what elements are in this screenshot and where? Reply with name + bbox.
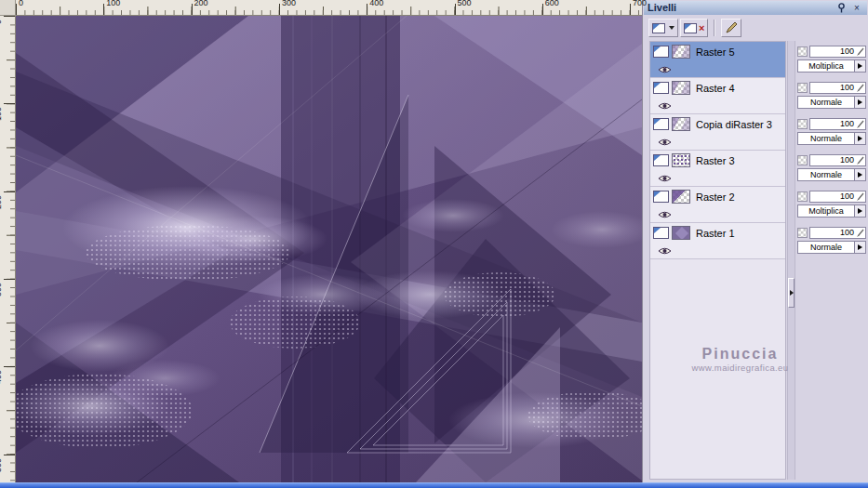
layer-controls: 100 Normale <box>797 77 866 113</box>
ruler-tick: 300 <box>279 4 280 15</box>
layer-row-bottom <box>653 170 783 180</box>
opacity-pencil-icon <box>856 192 864 202</box>
layer-row-bottom <box>653 98 783 108</box>
opacity-slider[interactable]: 100 <box>809 118 866 130</box>
transparency-checker-icon <box>797 155 808 165</box>
delete-layer-button[interactable]: × <box>680 19 708 37</box>
new-layer-icon <box>652 23 665 33</box>
ruler-label: 300 <box>0 283 3 297</box>
expand-arrow-icon <box>790 290 794 296</box>
visibility-eye-icon[interactable] <box>658 98 672 107</box>
visibility-eye-icon[interactable] <box>658 170 672 179</box>
visibility-eye-icon[interactable] <box>658 243 672 252</box>
transparency-checker-icon <box>797 119 808 129</box>
ruler-tick: 400 <box>4 366 15 367</box>
panel-splitter[interactable] <box>787 41 795 480</box>
layer-row[interactable]: Raster 4 <box>650 78 785 114</box>
opacity-slider[interactable]: 100 <box>809 154 866 166</box>
visibility-eye-icon[interactable] <box>658 206 672 216</box>
layer-row[interactable]: Raster 2 <box>650 187 785 223</box>
opacity-row: 100 <box>797 154 866 166</box>
blend-mode-select[interactable]: Normale <box>797 168 855 181</box>
opacity-row: 100 <box>797 227 866 239</box>
ruler-label: 400 <box>0 370 3 384</box>
blend-mode-select[interactable]: Normale <box>797 132 855 145</box>
ruler-label: 500 <box>0 458 3 472</box>
layer-thumbnail[interactable] <box>672 153 690 167</box>
blend-mode-select[interactable]: Moltiplica <box>797 204 855 218</box>
blend-mode-select[interactable]: Moltiplica <box>797 59 855 73</box>
canvas-artwork[interactable] <box>16 16 642 482</box>
layers-toolbar: × <box>644 16 867 40</box>
layer-name[interactable]: Raster 2 <box>693 191 738 204</box>
edit-selection-button[interactable] <box>721 19 741 37</box>
layer-name[interactable]: Raster 5 <box>693 46 738 59</box>
layer-thumbnail[interactable] <box>672 226 690 240</box>
blend-mode-arrow-button[interactable] <box>855 241 866 254</box>
pin-icon[interactable] <box>835 3 848 14</box>
transparency-checker-icon <box>797 83 808 93</box>
opacity-slider[interactable]: 100 <box>809 191 866 203</box>
opacity-pencil-icon <box>856 120 864 129</box>
opacity-row: 100 <box>797 82 866 94</box>
new-layer-button[interactable] <box>648 19 678 37</box>
blend-mode-select[interactable]: Normale <box>797 96 855 109</box>
blend-mode-arrow-button[interactable] <box>855 96 866 109</box>
splitter-handle[interactable] <box>788 278 795 308</box>
visibility-eye-icon[interactable] <box>658 61 672 71</box>
layers-list: Raster 5 Raster 4 <box>649 41 786 480</box>
opacity-pencil-icon <box>856 156 864 165</box>
layer-name[interactable]: Raster 3 <box>693 154 738 167</box>
layer-row[interactable]: Raster 5 <box>650 42 785 78</box>
blend-mode-value: Normale <box>810 244 842 252</box>
layer-thumbnail[interactable] <box>672 81 690 95</box>
layer-row-top: Copia diRaster 3 <box>653 117 783 131</box>
opacity-slider[interactable]: 100 <box>809 227 866 239</box>
ruler-tick: 600 <box>542 4 543 15</box>
ruler-tick: 0 <box>16 4 17 15</box>
layer-controls: 100 Moltiplica <box>797 41 866 77</box>
layer-row[interactable]: Copia diRaster 3 <box>650 114 785 151</box>
layer-controls: 100 Normale <box>797 222 866 258</box>
layer-name[interactable]: Copia diRaster 3 <box>693 118 775 131</box>
ruler-label: 400 <box>369 0 383 7</box>
layer-thumbnail[interactable] <box>672 190 690 204</box>
blend-mode-select[interactable]: Normale <box>797 241 855 254</box>
panel-titlebar[interactable]: Livelli × <box>644 1 867 15</box>
ruler-label: 0 <box>19 0 23 7</box>
layer-controls: 100 Moltiplica <box>797 186 866 222</box>
blend-mode-value: Normale <box>810 171 842 179</box>
delete-x-icon: × <box>699 23 704 33</box>
opacity-pencil-icon <box>856 47 864 57</box>
opacity-row: 100 <box>797 191 866 203</box>
blend-mode-arrow-button[interactable] <box>855 59 866 73</box>
ruler-label: 200 <box>0 195 3 209</box>
blend-mode-arrow-button[interactable] <box>855 168 866 181</box>
layer-thumbnail[interactable] <box>672 45 690 59</box>
blend-mode-arrow-button[interactable] <box>855 132 866 145</box>
layer-row[interactable]: Raster 3 <box>650 151 785 187</box>
blend-row: Normale <box>797 96 866 109</box>
blend-mode-arrow-button[interactable] <box>855 204 866 218</box>
opacity-slider[interactable]: 100 <box>809 82 866 94</box>
transparency-checker-icon <box>797 228 808 238</box>
opacity-slider[interactable]: 100 <box>809 46 866 58</box>
ruler-label: 100 <box>106 0 120 7</box>
blend-row: Normale <box>797 168 866 181</box>
layer-row-top: Raster 1 <box>653 226 783 240</box>
close-icon[interactable]: × <box>850 3 863 14</box>
blend-mode-value: Normale <box>810 99 842 107</box>
layer-row[interactable]: Raster 1 <box>650 223 785 259</box>
layer-row-top: Raster 2 <box>653 190 783 204</box>
taskbar-strip[interactable] <box>0 482 868 488</box>
layer-row-top: Raster 4 <box>653 81 783 95</box>
pushpin-icon <box>837 3 846 13</box>
layer-type-icon <box>653 118 669 130</box>
layer-name[interactable]: Raster 4 <box>693 82 738 95</box>
visibility-eye-icon[interactable] <box>658 134 672 143</box>
ruler-tick: 700 <box>630 4 631 15</box>
ruler-corner <box>0 0 16 16</box>
layer-thumbnail[interactable] <box>672 117 690 131</box>
ruler-tick: 500 <box>4 455 15 455</box>
layer-name[interactable]: Raster 1 <box>693 227 738 240</box>
